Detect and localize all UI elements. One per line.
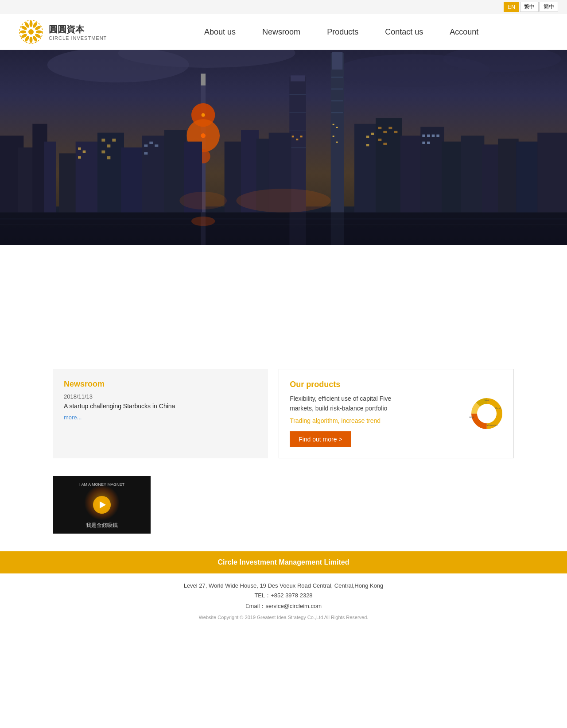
svg-text:Initial: Initial (469, 416, 474, 418)
svg-rect-88 (422, 135, 425, 137)
products-donut-chart: Multi Bond Initial Momentum (469, 396, 505, 431)
svg-rect-58 (101, 139, 105, 142)
svg-rect-92 (422, 142, 425, 144)
footer-company-name: Circle Investment Management Limited (218, 558, 350, 566)
content-spacer (0, 245, 567, 369)
svg-rect-25 (44, 142, 56, 213)
svg-rect-68 (144, 152, 148, 155)
nav-contact-us[interactable]: Contact us (385, 27, 423, 37)
nav-about-us[interactable]: About us (204, 27, 236, 37)
svg-rect-30 (201, 74, 206, 85)
products-desc: Flexibility, efficient use of capital Fi… (290, 394, 396, 414)
language-bar: EN 繁中 簡中 (0, 0, 567, 14)
svg-rect-48 (289, 147, 306, 148)
svg-point-104 (191, 217, 215, 226)
svg-rect-64 (142, 136, 167, 212)
svg-point-31 (202, 113, 205, 117)
svg-rect-38 (331, 112, 343, 113)
svg-rect-95 (461, 136, 484, 212)
svg-rect-65 (144, 144, 148, 147)
newsroom-more-link[interactable]: more... (64, 414, 82, 421)
svg-point-1 (30, 21, 33, 27)
svg-text:Multi: Multi (485, 399, 489, 402)
svg-rect-45 (289, 94, 306, 95)
svg-rect-55 (83, 151, 86, 153)
main-nav: About us Newsroom Products Contact us Ac… (133, 27, 549, 37)
svg-point-7 (30, 37, 33, 43)
site-header: 圓圓資本 CIRCLE INVESTMENT About us Newsroom… (0, 14, 567, 50)
find-out-more-button[interactable]: Find out more > (290, 431, 351, 447)
svg-point-32 (201, 133, 206, 138)
video-overlay-text: I AM A MONEY MAGNET (79, 482, 124, 487)
svg-rect-87 (420, 127, 444, 212)
svg-rect-77 (371, 133, 374, 135)
svg-rect-51 (300, 136, 302, 137)
svg-rect-66 (149, 142, 153, 144)
svg-rect-47 (289, 130, 306, 130)
svg-rect-35 (331, 77, 343, 78)
newsroom-card: Newsroom 2018/11/13 A startup challengin… (53, 369, 268, 458)
svg-rect-78 (366, 144, 369, 146)
svg-rect-76 (366, 136, 369, 138)
svg-rect-90 (432, 135, 435, 137)
svg-rect-82 (388, 127, 392, 129)
svg-point-10 (20, 31, 26, 34)
video-section: I AM A MONEY MAGNET 我是金錢吸鐵 (0, 476, 567, 534)
nav-account[interactable]: Account (450, 27, 478, 37)
svg-rect-106 (331, 213, 344, 245)
svg-rect-105 (289, 213, 306, 245)
svg-rect-96 (482, 144, 500, 212)
logo-text: 圓圓資本 CIRCLE INVESTMENT (49, 23, 107, 41)
svg-rect-67 (155, 144, 158, 147)
svg-point-101 (179, 192, 227, 209)
svg-rect-81 (383, 131, 387, 133)
logo[interactable]: 圓圓資本 CIRCLE INVESTMENT (18, 19, 107, 45)
svg-rect-49 (292, 136, 294, 137)
svg-point-13 (28, 29, 34, 35)
logo-english: CIRCLE INVESTMENT (49, 35, 107, 41)
products-card: Our products Flexibility, efficient use … (279, 369, 514, 458)
video-play-button[interactable] (93, 496, 111, 514)
products-title: Our products (290, 380, 503, 389)
cards-section: Newsroom 2018/11/13 A startup challengin… (0, 369, 567, 458)
footer-details: Level 27, World Wide House, 19 Des Voeux… (0, 573, 567, 629)
lang-simp-button[interactable]: 簡中 (540, 2, 558, 12)
lang-trad-button[interactable]: 繁中 (520, 2, 539, 12)
svg-rect-98 (516, 142, 540, 213)
play-icon (100, 501, 106, 508)
svg-rect-91 (436, 135, 439, 137)
svg-rect-99 (537, 133, 567, 213)
lang-en-button[interactable]: EN (504, 2, 519, 12)
news-headline: A startup challenging Starbucks in China (64, 403, 257, 410)
svg-rect-44 (291, 75, 305, 81)
svg-rect-62 (107, 156, 110, 159)
svg-rect-53 (76, 142, 99, 213)
svg-rect-85 (383, 143, 387, 145)
nav-products[interactable]: Products (327, 27, 358, 37)
svg-rect-83 (394, 131, 397, 133)
svg-rect-50 (296, 139, 298, 140)
svg-rect-93 (427, 142, 430, 144)
svg-rect-41 (333, 136, 334, 137)
news-date: 2018/11/13 (64, 393, 257, 400)
svg-rect-34 (332, 52, 342, 70)
svg-rect-79 (376, 118, 402, 212)
svg-rect-39 (333, 124, 334, 125)
nav-newsroom[interactable]: Newsroom (262, 27, 300, 37)
svg-rect-42 (336, 142, 338, 143)
video-thumbnail[interactable]: I AM A MONEY MAGNET 我是金錢吸鐵 (53, 476, 151, 534)
svg-rect-86 (400, 136, 423, 212)
svg-rect-63 (121, 147, 144, 213)
svg-rect-84 (378, 139, 381, 141)
svg-point-100 (236, 189, 330, 212)
footer-banner: Circle Investment Management Limited (0, 551, 567, 573)
svg-rect-89 (427, 135, 430, 137)
svg-rect-60 (112, 139, 116, 142)
svg-point-111 (477, 404, 497, 423)
svg-rect-46 (289, 112, 306, 112)
footer-tel: TEL：+852 3978 2328 (9, 592, 558, 600)
newsroom-title: Newsroom (64, 379, 257, 389)
footer-email: Email：service@circleim.com (9, 602, 558, 610)
footer-address: Level 27, World Wide House, 19 Des Voeux… (9, 582, 558, 589)
svg-rect-36 (331, 89, 343, 90)
